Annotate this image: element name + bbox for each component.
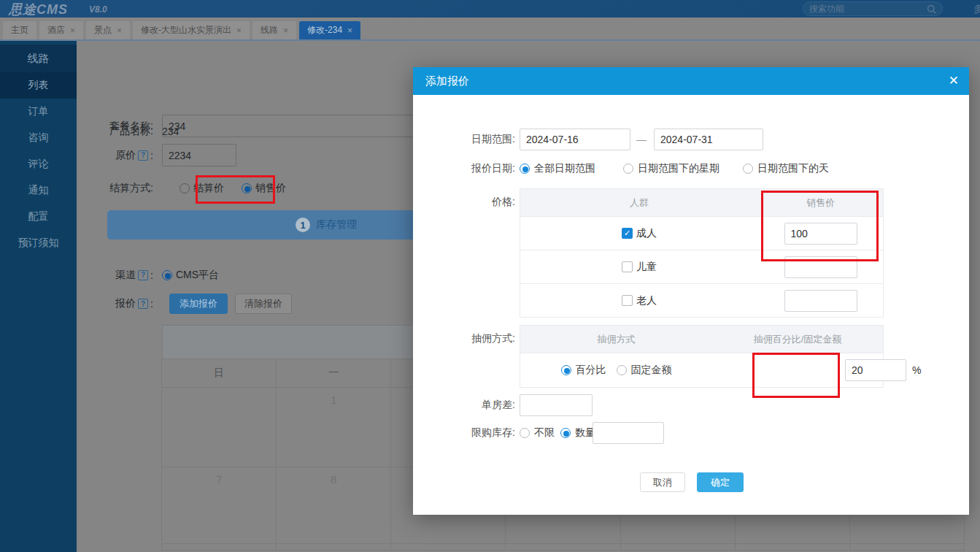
settlement-row: 结算方式: 结算价 销售价	[88, 177, 286, 199]
quote-date-label: 报价日期:	[442, 158, 515, 180]
commission-option-fixed[interactable]: 固定金额	[617, 364, 672, 377]
radio-icon-selected[interactable]	[242, 183, 252, 193]
radio-icon-selected[interactable]	[520, 164, 530, 174]
quote-date-option-weekday[interactable]: 日期范围下的星期	[623, 158, 719, 180]
calendar-day-cell[interactable]	[390, 543, 506, 551]
header-group: 人群	[520, 189, 758, 216]
radio-icon[interactable]	[623, 164, 633, 174]
add-quote-modal: 添加报价 ✕ 日期范围: — 报价日期: 全部日期范围 日期范围下的星期 日期范…	[413, 67, 969, 515]
top-bar: 思途CMS V8.0 多	[0, 0, 980, 18]
original-price-label: 原价 ? :	[88, 149, 153, 162]
settlement-option-settle-price[interactable]: 结算价	[180, 182, 224, 195]
calendar-day-cell[interactable]	[161, 543, 277, 551]
tab-close-icon[interactable]: ×	[283, 26, 288, 35]
date-from-input[interactable]	[520, 129, 630, 150]
price-row-senior: 老人	[520, 283, 883, 317]
child-price-input[interactable]	[784, 256, 857, 278]
calendar-day-cell[interactable]	[735, 543, 850, 551]
radio-icon[interactable]	[180, 183, 190, 193]
calendar-day-cell[interactable]: 7	[161, 467, 277, 544]
commission-table-header: 抽佣方式 抽佣百分比/固定金额	[520, 326, 883, 353]
radio-icon[interactable]	[617, 365, 627, 375]
tab-edit-show[interactable]: 修改-大型山水实景演出 ×	[133, 21, 250, 39]
original-price-row: 原价 ? :	[88, 144, 236, 166]
adult-price-input[interactable]	[784, 223, 857, 245]
checkbox-checked-icon[interactable]	[622, 228, 633, 239]
calendar-day-cell[interactable]	[620, 543, 736, 551]
settlement-option-sale-price[interactable]: 销售价	[242, 182, 286, 195]
date-to-input[interactable]	[654, 129, 763, 150]
senior-price-input[interactable]	[784, 290, 857, 312]
radio-icon-selected[interactable]	[162, 270, 172, 280]
single-room-input[interactable]	[520, 394, 593, 416]
tab-close-icon[interactable]: ×	[236, 26, 242, 35]
tab-close-icon[interactable]: ×	[70, 26, 75, 35]
channel-label: 渠道 ? :	[88, 269, 153, 282]
sidebar-item-orders[interactable]: 订单	[0, 99, 77, 125]
global-search[interactable]	[803, 1, 943, 16]
clear-quote-button[interactable]: 清除报价	[235, 294, 292, 314]
step-1-badge: 1	[296, 218, 310, 232]
confirm-button[interactable]: 确定	[697, 472, 744, 492]
add-quote-button[interactable]: 添加报价	[169, 294, 228, 314]
header-commission-value: 抽佣百分比/固定金额	[712, 326, 883, 353]
calendar-day-cell[interactable]	[161, 387, 277, 467]
checkbox-icon[interactable]	[622, 261, 633, 272]
tab-route[interactable]: 线路 ×	[252, 21, 296, 39]
tab-edit-234[interactable]: 修改-234 ×	[299, 21, 360, 39]
tab-home[interactable]: 主页	[3, 21, 36, 39]
app-logo: 思途CMS	[9, 1, 68, 18]
channel-option-cms[interactable]: CMS平台	[162, 269, 219, 282]
modal-close-icon[interactable]: ✕	[949, 73, 959, 88]
commission-label: 抽佣方式:	[442, 325, 515, 352]
sidebar-section-route[interactable]: 线路	[0, 45, 77, 72]
cancel-button[interactable]: 取消	[640, 472, 685, 492]
checkbox-icon[interactable]	[622, 295, 633, 306]
screen: 思途CMS V8.0 多 主页 酒店 × 景点 × 修改-大型山水实景演出 ×	[0, 0, 980, 552]
tab-close-icon[interactable]: ×	[347, 26, 352, 35]
limit-option-unlimited[interactable]: 不限	[520, 422, 555, 444]
quote-date-option-day[interactable]: 日期范围下的天	[743, 158, 829, 180]
sidebar-item-comments[interactable]: 评论	[0, 151, 77, 177]
search-input[interactable]	[809, 4, 927, 14]
calendar-day-cell[interactable]: 1	[276, 387, 391, 467]
limit-label: 限购库存:	[442, 422, 515, 444]
topbar-right-clipped-text: 多	[973, 3, 980, 16]
calendar-day-cell[interactable]	[505, 543, 620, 551]
search-icon[interactable]	[927, 4, 936, 14]
weekday-cell: 一	[276, 359, 391, 388]
price-table: 人群 销售价 成人 儿童	[520, 188, 884, 318]
help-icon[interactable]: ?	[138, 299, 148, 309]
commission-option-percent[interactable]: 百分比	[561, 364, 606, 377]
radio-icon-selected[interactable]	[561, 365, 571, 375]
commission-row: 百分比 固定金额 %	[520, 353, 883, 387]
tab-hotel[interactable]: 酒店 ×	[39, 21, 83, 39]
tab-close-icon[interactable]: ×	[117, 26, 122, 35]
sidebar-item-config[interactable]: 配置	[0, 204, 77, 230]
package-name-row: 套餐名称:	[88, 115, 468, 137]
help-icon[interactable]: ?	[138, 150, 148, 161]
quote-row: 报价 ? : 添加报价 清除报价	[88, 294, 292, 314]
price-label: 价格:	[442, 188, 515, 215]
modal-title: 添加报价	[425, 74, 469, 88]
limit-quantity-input[interactable]	[593, 422, 664, 444]
calendar-day-cell[interactable]	[849, 543, 965, 551]
radio-icon[interactable]	[520, 428, 530, 438]
quote-date-option-all[interactable]: 全部日期范围	[520, 158, 595, 180]
radio-icon[interactable]	[743, 164, 753, 174]
help-icon[interactable]: ?	[138, 270, 148, 280]
calendar-day-cell[interactable]	[276, 543, 391, 551]
sidebar-item-booking-notes[interactable]: 预订须知	[0, 230, 77, 256]
sidebar-item-list[interactable]: 列表	[0, 72, 77, 99]
tab-bar: 主页 酒店 × 景点 × 修改-大型山水实景演出 × 线路 × 修改-234 ×	[0, 18, 980, 41]
limit-option-quantity[interactable]: 数量	[560, 422, 595, 444]
calendar-day-cell[interactable]: 8	[276, 467, 391, 544]
commission-value-input[interactable]	[845, 359, 906, 381]
tab-scenic[interactable]: 景点 ×	[86, 21, 130, 39]
date-range-dash: —	[632, 129, 651, 150]
radio-icon-selected[interactable]	[560, 428, 571, 438]
calendar-week-row-3	[162, 544, 965, 551]
sidebar-item-inquiry[interactable]: 咨询	[0, 125, 77, 151]
sidebar-item-notice[interactable]: 通知	[0, 177, 77, 204]
original-price-input[interactable]	[162, 144, 236, 166]
